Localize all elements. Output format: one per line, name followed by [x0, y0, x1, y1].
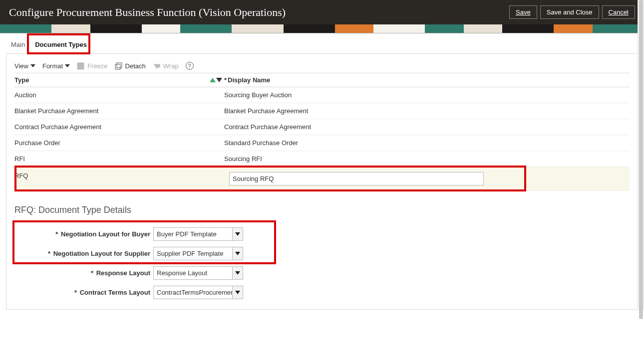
select-buyer-layout[interactable]: Buyer PDF Template [153, 227, 243, 241]
sort-desc-icon[interactable] [216, 78, 222, 82]
decorative-banner [0, 24, 644, 33]
table-toolbar: View Format Freeze Detach Wrap ? [14, 62, 630, 70]
table-row[interactable]: RFI Sourcing RFI [14, 151, 630, 167]
tabs-container: Main Document Types [0, 33, 644, 53]
cell-display-name-editable [224, 172, 630, 185]
save-and-close-button[interactable]: Save and Close [540, 5, 599, 19]
select-value: ContractTermsProcurement [153, 286, 232, 299]
form-row-response-layout: * Response Layout Response Layout [17, 266, 627, 280]
cell-type: Blanket Purchase Agreement [14, 107, 224, 115]
column-header-type[interactable]: Type [14, 76, 224, 84]
svg-rect-0 [77, 63, 84, 69]
chevron-down-icon [235, 291, 240, 294]
select-caret[interactable] [232, 286, 243, 299]
cell-type: RFQ [14, 172, 224, 185]
select-caret[interactable] [232, 266, 243, 280]
form-row-contract-terms: * Contract Terms Layout ContractTermsPro… [17, 286, 627, 299]
column-header-display-name[interactable]: *Display Name [224, 76, 630, 84]
select-value: Buyer PDF Template [153, 227, 232, 241]
select-caret[interactable] [232, 247, 243, 260]
vertical-scrollbar[interactable] [638, 0, 644, 310]
cell-type: Auction [14, 91, 224, 99]
cell-type: Contract Purchase Agreement [14, 123, 224, 131]
save-button[interactable]: Save [509, 5, 537, 19]
label-buyer-layout: * Negotiation Layout for Buyer [17, 230, 153, 238]
cell-display-name: Standard Purchase Order [224, 139, 630, 147]
chevron-down-icon [235, 252, 240, 255]
svg-rect-3 [115, 64, 120, 69]
chevron-down-icon [235, 232, 240, 236]
document-types-table: Type *Display Name Auction Sourcing Buye… [14, 73, 630, 191]
select-response-layout[interactable]: Response Layout [153, 266, 243, 280]
cell-type: RFI [14, 155, 224, 163]
format-menu[interactable]: Format [42, 62, 70, 70]
select-supplier-layout[interactable]: Supplier PDF Template [153, 247, 243, 260]
table-row-selected[interactable]: RFQ [14, 167, 630, 191]
detach-icon [115, 62, 122, 70]
select-caret[interactable] [232, 227, 243, 241]
scrollbar-thumb[interactable] [639, 0, 643, 319]
label-response-layout: * Response Layout [17, 269, 153, 277]
cell-display-name: Sourcing Buyer Auction [224, 91, 630, 99]
select-value: Supplier PDF Template [153, 247, 232, 260]
label-contract-terms: * Contract Terms Layout [17, 289, 153, 296]
chevron-down-icon [30, 64, 35, 67]
view-menu[interactable]: View [14, 62, 35, 70]
table-row[interactable]: Purchase Order Standard Purchase Order [14, 135, 630, 151]
form-row-supplier-layout: * Negotiation Layout for Supplier Suppli… [17, 247, 627, 260]
details-form: * Negotiation Layout for Buyer Buyer PDF… [14, 224, 630, 302]
wrap-button[interactable]: Wrap [153, 62, 179, 70]
cancel-button[interactable]: Cancel [602, 5, 635, 19]
help-icon[interactable]: ? [186, 62, 194, 70]
label-supplier-layout: * Negotiation Layout for Supplier [17, 250, 153, 257]
header-buttons: Save Save and Close Cancel [509, 5, 635, 19]
wrap-icon [153, 62, 160, 70]
cell-display-name: Contract Purchase Agreement [224, 123, 630, 131]
detach-button[interactable]: Detach [115, 62, 146, 70]
freeze-button[interactable]: Freeze [77, 62, 107, 70]
select-contract-terms[interactable]: ContractTermsProcurement [153, 286, 243, 299]
sort-asc-icon[interactable] [210, 78, 216, 82]
select-value: Response Layout [153, 266, 232, 280]
display-name-input[interactable] [229, 172, 484, 185]
form-row-buyer-layout: * Negotiation Layout for Buyer Buyer PDF… [17, 227, 627, 241]
document-types-panel: View Format Freeze Detach Wrap ? Type [6, 53, 638, 310]
chevron-down-icon [235, 271, 240, 275]
table-row[interactable]: Blanket Purchase Agreement Blanket Purch… [14, 103, 630, 119]
table-row[interactable]: Auction Sourcing Buyer Auction [14, 87, 630, 103]
tab-main[interactable]: Main [6, 36, 30, 53]
table-row[interactable]: Contract Purchase Agreement Contract Pur… [14, 119, 630, 135]
svg-rect-4 [117, 63, 122, 68]
cell-display-name: Sourcing RFI [224, 155, 630, 163]
cell-display-name: Blanket Purchase Agreement [224, 107, 630, 115]
chevron-down-icon [65, 64, 70, 67]
details-heading: RFQ: Document Type Details [14, 205, 630, 215]
page-title: Configure Procurement Business Function … [9, 6, 286, 19]
table-header-row: Type *Display Name [14, 73, 630, 87]
freeze-icon [77, 62, 84, 70]
tab-document-types[interactable]: Document Types [30, 36, 92, 53]
cell-type: Purchase Order [14, 139, 224, 147]
page-header: Configure Procurement Business Function … [0, 0, 644, 24]
